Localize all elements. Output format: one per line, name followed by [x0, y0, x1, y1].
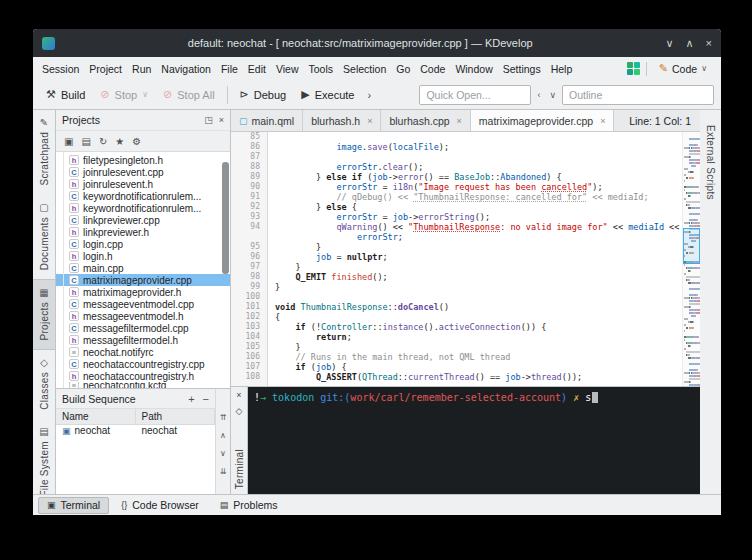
move-down-button[interactable]: ∨	[220, 449, 226, 458]
dock-tab-scratchpad[interactable]: ✎Scratchpad	[33, 110, 55, 195]
tab-close-icon[interactable]: ×	[457, 116, 462, 126]
file-tree-item[interactable]: hneochataccountregistry.h	[56, 370, 230, 382]
editor-tab-blurhash-h[interactable]: blurhash.h×	[303, 110, 381, 131]
terminal-diamond-icon[interactable]: ◇	[236, 406, 243, 416]
move-bottom-button[interactable]: ⇊	[220, 467, 227, 476]
code-text[interactable]: qWarning() << "ThumbnailResponse: no val…	[267, 222, 682, 232]
dock-tab-external-scripts[interactable]: External Scripts	[700, 110, 721, 209]
menu-item-selection[interactable]: Selection	[338, 60, 391, 78]
editor-tab-main-qml[interactable]: ▢main.qml	[231, 110, 303, 131]
tool-star-icon[interactable]: ★	[115, 136, 124, 147]
file-tree-item[interactable]: hlinkpreviewer.h	[56, 226, 230, 238]
code-text[interactable]: errorStr;	[267, 232, 403, 242]
maximize-icon[interactable]: ∧	[686, 37, 694, 50]
tab-close-icon[interactable]: ×	[600, 116, 605, 126]
code-text[interactable]	[267, 132, 275, 142]
dock-tab-file-system[interactable]: ▤File System	[33, 419, 55, 494]
toolbar-overflow-icon[interactable]: ›	[363, 89, 375, 101]
move-up-button[interactable]: ∧	[220, 431, 226, 440]
panel-close-icon[interactable]: ×	[219, 115, 224, 125]
code-text[interactable]	[267, 152, 275, 162]
panel-float-icon[interactable]: ◳	[204, 115, 213, 125]
code-text[interactable]	[267, 292, 275, 302]
file-tree-item[interactable]: Cmessagefiltermodel.cpp	[56, 322, 230, 334]
code-text[interactable]: void ThumbnailResponse::doCancel()	[267, 302, 449, 312]
tool-list-icon[interactable]: ▤	[81, 136, 90, 147]
file-tree-item[interactable]: hmatriximageprovider.h	[56, 286, 230, 298]
quick-open-input[interactable]	[419, 85, 531, 105]
file-tree-item[interactable]: hfiletypesingleton.h	[56, 154, 230, 166]
file-tree-item[interactable]: Ckeywordnotificationrulem...	[56, 190, 230, 202]
code-text[interactable]: Q_ASSERT(QThread::currentThread() == job…	[267, 372, 582, 382]
close-icon[interactable]: ×	[706, 37, 712, 50]
stop-all-button[interactable]: ⊘ Stop All	[157, 84, 221, 105]
tree-scrollbar[interactable]	[222, 162, 229, 274]
code-text[interactable]: }	[267, 342, 301, 352]
code-view[interactable]: 8586 image.save(localFile);8788 errorStr…	[231, 132, 682, 386]
file-tree-item[interactable]: Cneochataccountregistry.cpp	[56, 358, 230, 370]
menu-item-file[interactable]: File	[216, 60, 243, 78]
file-tree-item[interactable]: Cjoinrulesevent.cpp	[56, 166, 230, 178]
menu-item-view[interactable]: View	[271, 60, 304, 78]
file-tree-item[interactable]: hlogin.h	[56, 250, 230, 262]
tab-close-icon[interactable]: ×	[367, 116, 372, 126]
quickopen-back-icon[interactable]: ‹	[534, 88, 543, 102]
code-text[interactable]: }	[267, 262, 301, 272]
code-text[interactable]: job = nullptr;	[267, 252, 388, 262]
minimap-viewport[interactable]	[683, 228, 700, 264]
menu-item-settings[interactable]: Settings	[498, 60, 546, 78]
code-text[interactable]: // qDebug() << "ThumbnailResponse: cance…	[267, 192, 649, 202]
code-text[interactable]: image.save(localFile);	[267, 142, 449, 152]
code-text[interactable]: errorStr.clear();	[267, 162, 423, 172]
menu-item-tools[interactable]: Tools	[304, 60, 339, 78]
file-tree-item[interactable]: Cmatriximageprovider.cpp	[56, 274, 230, 286]
tool-config-icon[interactable]: ⚙	[132, 136, 141, 147]
file-tree-item[interactable]: hmessagefiltermodel.h	[56, 334, 230, 346]
code-text[interactable]: errorStr = job->errorString();	[267, 212, 490, 222]
code-text[interactable]: } else {	[267, 202, 357, 212]
tool-sync-icon[interactable]: ▣	[64, 136, 73, 147]
quickopen-dropdown-icon[interactable]: ∨	[546, 88, 559, 102]
move-top-button[interactable]: ⇈	[220, 413, 227, 422]
titlebar[interactable]: default: neochat - [ neochat:src/matrixi…	[33, 29, 721, 57]
code-text[interactable]: {	[267, 312, 280, 322]
menu-item-navigation[interactable]: Navigation	[156, 60, 216, 78]
editor-tab-blurhash-cpp[interactable]: blurhash.cpp×	[381, 110, 470, 131]
file-tree-item[interactable]: Clinkpreviewer.cpp	[56, 214, 230, 226]
file-tree-item[interactable]: ≡neochat.notifyrc	[56, 346, 230, 358]
code-text[interactable]: errorStr = i18n("Image request has been …	[267, 182, 603, 192]
terminal-close-icon[interactable]: ×	[236, 390, 241, 400]
build-button[interactable]: ⚒ Build	[40, 84, 91, 105]
code-text[interactable]: // Runs in the main thread, not QML thre…	[267, 352, 510, 362]
statusbar-terminal[interactable]: ▣Terminal	[38, 497, 109, 514]
sessions-grid-icon[interactable]	[627, 62, 640, 75]
execute-button[interactable]: ▶ Execute	[295, 84, 360, 105]
stop-button[interactable]: ⊘ Stop ∨	[94, 84, 154, 105]
build-sequence-row[interactable]: ▣neochatneochat	[56, 425, 215, 436]
file-tree-item[interactable]: Cmessageeventmodel.cpp	[56, 298, 230, 310]
file-tree-item[interactable]: Cmain.cpp	[56, 262, 230, 274]
dock-tab-classes[interactable]: ◇Classes	[33, 350, 55, 419]
file-tree-item[interactable]: hkeywordnotificationrulem...	[56, 202, 230, 214]
add-button[interactable]: +	[188, 393, 194, 405]
dock-tab-documents[interactable]: ▢Documents	[33, 195, 55, 279]
dock-tab-projects[interactable]: ▦Projects	[33, 279, 55, 351]
menu-item-edit[interactable]: Edit	[243, 60, 271, 78]
menu-item-session[interactable]: Session	[37, 60, 84, 78]
area-switcher-button[interactable]: ✎ Code ∨	[653, 60, 713, 77]
file-tree-item[interactable]: ≡neochatconfig.kcfg	[56, 382, 230, 388]
minimap[interactable]	[682, 132, 700, 386]
menu-item-code[interactable]: Code	[415, 60, 450, 78]
code-text[interactable]: Q_EMIT finished();	[267, 272, 388, 282]
menu-item-help[interactable]: Help	[546, 60, 578, 78]
file-tree-item[interactable]: hmessageeventmodel.h	[56, 310, 230, 322]
debug-button[interactable]: ⊳ Debug	[234, 84, 293, 105]
remove-button[interactable]: −	[203, 393, 209, 405]
code-text[interactable]: return;	[267, 332, 352, 342]
menu-item-go[interactable]: Go	[391, 60, 415, 78]
menu-item-project[interactable]: Project	[84, 60, 127, 78]
code-text[interactable]: } else if (job->error() == BaseJob::Aban…	[267, 172, 562, 182]
code-text[interactable]: }	[267, 242, 321, 252]
editor-tab-matriximageprovider-cpp[interactable]: matriximageprovider.cpp×	[471, 110, 615, 131]
outline-input[interactable]	[562, 85, 714, 105]
